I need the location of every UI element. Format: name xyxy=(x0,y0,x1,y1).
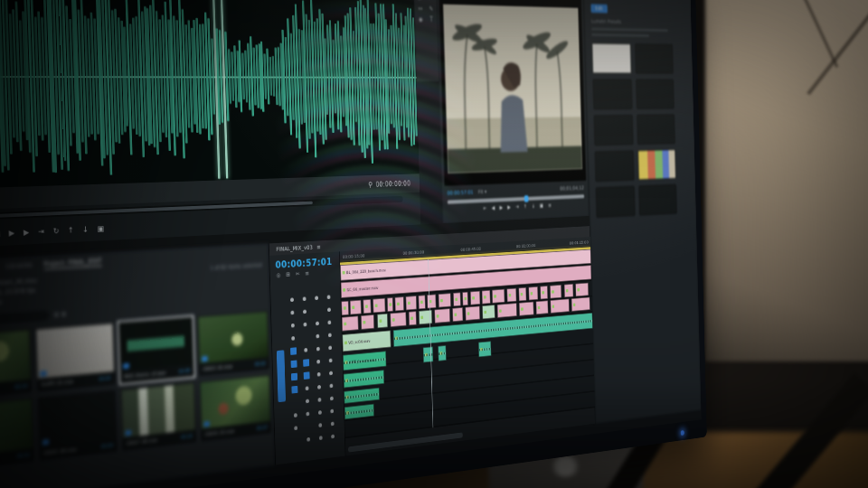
timeline-clip[interactable] xyxy=(564,284,574,297)
track-toggle[interactable] xyxy=(328,333,332,337)
timeline-clip[interactable] xyxy=(463,292,469,306)
track-toggle[interactable] xyxy=(330,384,334,389)
preset-swatch-white[interactable] xyxy=(592,43,632,74)
prog-extract-button[interactable]: ↓ xyxy=(532,204,535,210)
preset-swatch-dark[interactable] xyxy=(635,43,673,73)
project-clip-thumbnail[interactable]: C0017_08.mov00:18 xyxy=(120,382,196,451)
insert-button[interactable]: ↑ xyxy=(68,226,74,234)
track-toggle[interactable] xyxy=(327,307,331,312)
timeline-clip[interactable] xyxy=(465,305,480,320)
slip-tool-icon[interactable]: ↔ xyxy=(417,5,424,12)
type-tool-icon[interactable]: T xyxy=(428,17,435,23)
linked-selection-icon[interactable]: ⊞ xyxy=(286,272,290,278)
track-toggle[interactable] xyxy=(316,347,320,352)
track-toggle[interactable] xyxy=(290,297,294,302)
go-to-out-button[interactable]: ⇥ xyxy=(38,228,44,236)
track-toggle[interactable] xyxy=(316,360,320,364)
timeline-clip[interactable] xyxy=(528,286,538,301)
track-toggle[interactable] xyxy=(306,412,309,417)
track-toggle[interactable] xyxy=(315,296,318,300)
track-toggle[interactable] xyxy=(319,436,323,440)
timeline-clip[interactable] xyxy=(550,285,561,299)
track-toggle[interactable] xyxy=(331,422,335,427)
project-clip-thumbnail[interactable]: C0015_06.mov00:09 xyxy=(38,389,118,460)
timeline-clip[interactable] xyxy=(363,299,371,314)
export-frame-button[interactable]: ▣ xyxy=(97,225,104,233)
project-tab[interactable]: Project: FINAL_EDIT xyxy=(43,257,102,269)
source-patch-highlight[interactable] xyxy=(277,350,286,402)
track-toggle[interactable] xyxy=(317,385,321,389)
track-toggle[interactable] xyxy=(318,410,322,415)
timeline-clip[interactable] xyxy=(342,315,359,331)
prog-export-frame-button[interactable]: ▣ xyxy=(540,203,543,209)
prog-settings-button[interactable]: ≡ xyxy=(548,203,552,209)
project-clip-thumbnail[interactable]: C0019_03.mov00:27 xyxy=(200,374,271,441)
edit-chip-button[interactable]: Edit xyxy=(590,4,607,13)
timeline-clip[interactable] xyxy=(470,291,480,305)
track-toggle[interactable] xyxy=(290,311,294,315)
timeline-clip[interactable] xyxy=(452,307,463,322)
timeline-clip[interactable] xyxy=(536,300,549,314)
preset-swatch-colorbars[interactable] xyxy=(637,149,675,180)
timeline-clip[interactable] xyxy=(492,289,505,304)
timeline-clip[interactable] xyxy=(506,288,516,303)
track-toggle-active[interactable] xyxy=(303,359,309,367)
track-toggle[interactable] xyxy=(330,409,334,414)
fit-dropdown[interactable]: Fit ▾ xyxy=(478,189,486,195)
prog-go-to-out-button[interactable]: ⇥ xyxy=(515,204,519,210)
timeline-clip[interactable] xyxy=(497,303,517,318)
timeline-clip[interactable] xyxy=(373,298,385,314)
track-toggle[interactable] xyxy=(291,324,295,328)
hand-tool-icon[interactable]: ◉ xyxy=(417,16,424,23)
timeline-clip[interactable]: VO_sc04.wav xyxy=(342,330,391,352)
timeline-clip[interactable] xyxy=(541,286,548,299)
prog-go-to-in-button[interactable]: ⇤ xyxy=(483,206,486,211)
track-toggle[interactable] xyxy=(304,348,307,352)
scrubber-playhead[interactable] xyxy=(524,195,529,202)
step-forward-button[interactable]: ▶ xyxy=(24,228,30,236)
timeline-clip[interactable] xyxy=(344,388,379,404)
project-clip-thumbnail[interactable]: SLATE_01.mov00:05 xyxy=(35,323,115,391)
preset-swatch-dark[interactable] xyxy=(638,184,676,216)
timeline-clip[interactable] xyxy=(575,283,588,297)
ripple-edit-tool-icon[interactable]: ⇄ xyxy=(417,0,424,2)
prog-step-forward-button[interactable]: ▶ xyxy=(507,205,511,211)
track-toggle[interactable] xyxy=(331,435,335,439)
track-toggle[interactable] xyxy=(294,413,297,418)
timeline-clip[interactable] xyxy=(344,370,384,388)
project-clip-thumbnail[interactable]: C0013_01.mov00:22 xyxy=(197,311,269,376)
track-toggle[interactable] xyxy=(316,334,319,339)
timeline-clip[interactable] xyxy=(361,314,374,330)
timeline-clip[interactable] xyxy=(439,293,452,307)
prog-step-back-button[interactable]: ◀ xyxy=(492,206,495,211)
track-toggle[interactable] xyxy=(329,359,333,363)
track-toggle[interactable] xyxy=(303,296,307,301)
timeline-clip[interactable] xyxy=(435,308,450,324)
project-tab[interactable]: Libraries xyxy=(5,261,33,272)
track-toggle[interactable] xyxy=(316,322,319,326)
timeline-clip[interactable] xyxy=(350,300,361,315)
preset-swatch-dark[interactable] xyxy=(593,80,633,110)
razor-icon[interactable]: ✂ xyxy=(296,271,300,277)
track-toggle[interactable] xyxy=(306,386,309,390)
timeline-clip[interactable] xyxy=(405,296,417,310)
timeline-clip[interactable] xyxy=(519,302,533,316)
track-toggle-active[interactable] xyxy=(291,386,297,394)
timeline-clip[interactable] xyxy=(439,345,447,361)
preset-swatch-dark[interactable] xyxy=(594,115,634,145)
track-toggle-active[interactable] xyxy=(304,371,310,380)
track-toggle[interactable] xyxy=(294,426,297,430)
prog-play-button[interactable]: ▶ xyxy=(499,205,503,211)
timeline-clip[interactable] xyxy=(341,301,348,315)
track-toggle-active[interactable] xyxy=(291,360,297,368)
overwrite-button[interactable]: ↓ xyxy=(82,225,89,233)
timeline-clip[interactable] xyxy=(409,311,417,325)
timeline-clip[interactable] xyxy=(571,297,590,312)
project-clip-thumbnail[interactable]: C0012_04.mov00:14 xyxy=(0,329,32,399)
project-clip-thumbnail[interactable]: C0014_02.mov00:31 xyxy=(0,398,34,470)
timeline-clip[interactable] xyxy=(377,314,388,328)
prog-lift-button[interactable]: ↑ xyxy=(524,204,527,210)
preset-swatch-dark[interactable] xyxy=(636,80,674,109)
timeline-clip[interactable] xyxy=(419,295,426,309)
track-toggle[interactable] xyxy=(303,310,307,314)
